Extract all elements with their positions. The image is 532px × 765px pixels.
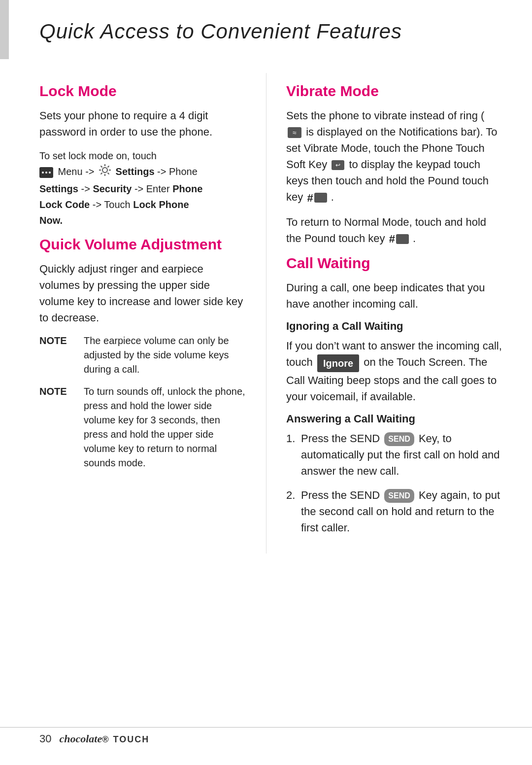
vibrate-icon — [288, 127, 301, 138]
item-text-2: Press the SEND SEND Key again, to put th… — [301, 487, 502, 536]
item-text-1: Press the SEND SEND Key, to automaticall… — [301, 430, 502, 479]
arrow-enter: -> Enter — [134, 183, 172, 194]
arrow-phone: -> Phone — [157, 166, 198, 177]
quick-volume-heading: Quick Volume Adjustment — [39, 236, 246, 253]
phone-soft-key-icon — [332, 160, 344, 170]
ignoring-subheading: Ignoring a Call Waiting — [286, 320, 502, 333]
svg-line-8 — [101, 173, 102, 174]
svg-line-5 — [101, 166, 102, 168]
left-column: Lock Mode Sets your phone to require a 4… — [0, 73, 266, 554]
page-header: Quick Access to Convenient Features — [0, 0, 532, 58]
lock-mode-paragraph: Sets your phone to require a 4 digit pas… — [39, 107, 246, 140]
pound-icon-2 — [396, 234, 409, 244]
pound-key-1: # — [307, 190, 327, 206]
item-num-1: 1. — [286, 430, 301, 479]
quick-volume-paragraph: Quickly adjust ringer and earpiece volum… — [39, 261, 246, 326]
page-title: Quick Access to Convenient Features — [39, 20, 502, 43]
settings-label: Settings — [116, 166, 157, 177]
note-label-2: NOTE — [39, 384, 79, 470]
note-content-1: The earpiece volume can only be adjusted… — [84, 334, 246, 377]
note-item-2: NOTE To turn sounds off, unlock the phon… — [39, 384, 246, 470]
note-content-2: To turn sounds off, unlock the phone, pr… — [84, 384, 246, 470]
lock-mode-instructions: To set lock mode on, touch Menu -> — [39, 148, 246, 228]
arrow-touch: -> Touch — [93, 199, 133, 210]
svg-point-0 — [102, 168, 107, 173]
page-footer: 30 chocolate® TOUCH — [0, 727, 532, 750]
call-waiting-paragraph: During a call, one beep indicates that y… — [286, 279, 502, 312]
instruction-prefix-text: To set lock mode on, touch — [39, 150, 157, 161]
pound-symbol-2: # — [389, 231, 395, 247]
call-waiting-section: Call Waiting During a call, one beep ind… — [286, 255, 502, 535]
menu-icon — [39, 167, 53, 178]
numbered-item-2: 2. Press the SEND SEND Key again, to put… — [286, 487, 502, 536]
answering-call-waiting: Answering a Call Waiting 1. Press the SE… — [286, 413, 502, 536]
accent-bar — [0, 0, 9, 59]
right-column: Vibrate Mode Sets the phone to vibrate i… — [266, 73, 532, 554]
vibrate-mode-paragraph: Sets the phone to vibrate instead of rin… — [286, 107, 502, 206]
lock-mode-section: Lock Mode Sets your phone to require a 4… — [39, 83, 246, 228]
numbered-list: 1. Press the SEND SEND Key, to automatic… — [286, 430, 502, 536]
item2-text-before: Press the SEND — [301, 489, 380, 501]
return-normal-text: To return to Normal Mode, touch and hold… — [286, 216, 486, 244]
numbered-item-1: 1. Press the SEND SEND Key, to automatic… — [286, 430, 502, 479]
item1-text-before: Press the SEND — [301, 432, 380, 445]
lock-mode-heading: Lock Mode — [39, 83, 246, 100]
quick-volume-section: Quick Volume Adjustment Quickly adjust r… — [39, 236, 246, 470]
note-item-1: NOTE The earpiece volume can only be adj… — [39, 334, 246, 377]
settings-icon — [99, 164, 111, 181]
ignoring-paragraph: If you don’t want to answer the incoming… — [286, 338, 502, 404]
page-container: Quick Access to Convenient Features Lock… — [0, 0, 532, 765]
security-label: Security — [93, 183, 132, 194]
settings-security: Settings — [39, 183, 78, 194]
footer-page-number: 30 — [39, 732, 51, 745]
send-key-2: SEND — [384, 489, 414, 503]
content-area: Lock Mode Sets your phone to require a 4… — [0, 58, 532, 554]
brand-name: chocolate — [59, 732, 102, 745]
svg-line-6 — [108, 173, 109, 174]
brand-suffix: ® — [102, 734, 113, 744]
vibrate-mode-section: Vibrate Mode Sets the phone to vibrate i… — [286, 83, 502, 247]
vibrate-para1-prefix: Sets the phone to vibrate instead of rin… — [286, 109, 484, 122]
ignore-button: Ignore — [317, 354, 359, 372]
pound-key-2: # — [389, 231, 409, 247]
answering-subheading: Answering a Call Waiting — [286, 413, 502, 425]
svg-line-7 — [108, 166, 109, 168]
pound-symbol-1: # — [307, 190, 313, 206]
note-label-1: NOTE — [39, 334, 79, 377]
call-waiting-heading: Call Waiting — [286, 255, 502, 272]
menu-label: Menu -> — [58, 166, 97, 177]
pound-icon-1 — [314, 193, 327, 203]
ignoring-call-waiting: Ignoring a Call Waiting If you don’t wan… — [286, 320, 502, 404]
note-list: NOTE The earpiece volume can only be adj… — [39, 334, 246, 470]
footer-brand: chocolate® TOUCH — [59, 732, 149, 745]
vibrate-mode-return: To return to Normal Mode, touch and hold… — [286, 214, 502, 247]
item-num-2: 2. — [286, 487, 301, 536]
vibrate-mode-heading: Vibrate Mode — [286, 83, 502, 100]
arrow-security: -> — [81, 183, 93, 194]
send-key-1: SEND — [384, 432, 414, 446]
brand-touch: TOUCH — [113, 734, 150, 744]
